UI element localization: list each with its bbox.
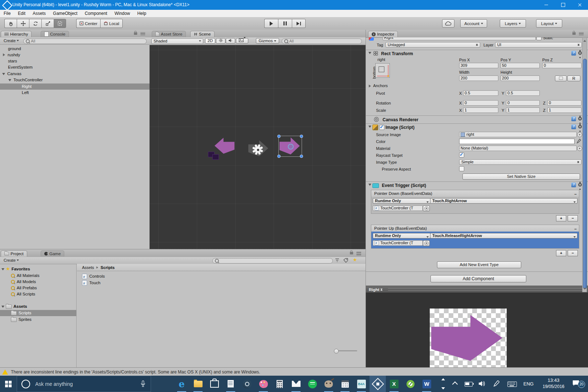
tab-scene[interactable]: Scene [190,31,215,37]
image-type-dropdown[interactable]: Simple [459,159,581,165]
taskbar-store[interactable] [206,376,222,392]
object-picker-icon[interactable] [577,132,582,137]
selection-handle[interactable] [300,135,303,138]
drag-grip[interactable] [388,288,584,291]
add-new-event-type-button[interactable]: Add New Event Type [437,261,521,268]
static-checkbox[interactable] [536,37,542,40]
cloud-services-button[interactable] [442,19,454,28]
audio-toggle-button[interactable] [226,38,235,44]
maximize-button[interactable] [555,0,571,10]
pivot-mode-button[interactable]: Center [76,19,100,28]
status-bar[interactable]: There are inconsistent line endings in t… [0,367,588,376]
taskbar-spotify[interactable] [304,376,320,392]
taskbar-onenote[interactable] [222,376,239,392]
pu-mode-dropdown[interactable]: Runtime Only [373,233,430,238]
saved-search-star-icon[interactable]: ★ [353,257,357,262]
2d-toggle-button[interactable]: 2D [205,38,215,44]
favorites-all-scripts[interactable]: All Scripts [0,291,87,297]
taskbar-edge[interactable]: e [173,376,190,392]
pivot-x-field[interactable]: 0.5 [463,90,498,96]
rect-tool-button[interactable] [54,19,66,28]
assets-root[interactable]: Assets [0,303,76,310]
pd-remove-button[interactable]: − [568,215,578,221]
file-controls[interactable]: Controls [77,273,366,279]
handle-rotation-button[interactable]: Local [100,19,123,28]
pu-add-button[interactable]: + [556,250,566,256]
battery-icon[interactable] [465,382,473,387]
cortana-search-box[interactable]: Ask me anything [17,376,151,392]
favorites-all-models[interactable]: All Models [0,279,87,285]
panel-menu-icon[interactable] [579,32,584,36]
pd-target-field[interactable]: TouchController (T [373,205,423,211]
tray-expand-chevron-icon[interactable] [452,381,458,387]
hierarchy-search-input[interactable]: All [23,38,147,44]
width-field[interactable]: 200 [459,75,498,81]
preview-header[interactable]: Right [366,286,588,293]
scene-canvas[interactable] [150,45,366,249]
close-button[interactable] [571,0,588,10]
gear-icon[interactable] [578,183,582,187]
raw-mode-button[interactable]: R [567,75,580,81]
hierarchy-item-eventsystem[interactable]: EventSystem [0,64,150,70]
icon-size-slider[interactable] [335,350,357,351]
tab-asset-store[interactable]: Asset Store [152,31,186,37]
language-indicator[interactable]: ENG [523,381,534,387]
step-button[interactable] [292,19,306,28]
pu-remove-button[interactable]: − [568,250,578,256]
menu-gameobject[interactable]: GameObject [49,11,81,16]
account-dropdown[interactable]: Account [460,19,487,28]
scale-y-field[interactable]: 1 [506,107,540,113]
hierarchy-item-right-selected[interactable]: Right [0,83,150,90]
breadcrumb-root[interactable]: Assets [82,265,94,270]
layers-dropdown[interactable]: Layers [500,19,526,28]
pd-object-picker-button[interactable] [423,205,430,211]
taskbar-unity-active[interactable] [369,376,386,392]
lock-icon[interactable] [350,252,353,254]
taskbar-android-studio[interactable] [402,376,418,392]
height-field[interactable]: 200 [501,75,540,81]
help-icon[interactable] [571,117,576,121]
hierarchy-item-stars[interactable]: stars [0,58,150,64]
pos-x-field[interactable]: 309 [459,63,498,68]
left-arrow-sprite[interactable] [214,137,234,154]
foldout-expanded-icon[interactable] [1,268,4,270]
effects-dropdown-button[interactable] [236,38,248,44]
scale-x-field[interactable]: 1 [463,107,498,113]
menu-help[interactable]: Help [134,11,150,16]
foldout-expanded-icon[interactable] [8,79,11,81]
hand-tool-button[interactable] [4,19,17,28]
rotation-z-field[interactable]: 0 [547,100,581,106]
selection-handle[interactable] [277,135,281,138]
image-enabled-checkbox[interactable] [379,125,384,130]
pd-mode-dropdown[interactable]: Runtime Only [373,198,430,204]
gameobject-name-field[interactable]: Right [383,37,536,40]
foldout-expanded-icon[interactable] [2,73,5,75]
rotation-x-field[interactable]: 0 [463,100,498,106]
foldout-expanded-icon[interactable] [368,52,371,54]
preserve-aspect-checkbox[interactable] [459,166,464,171]
scene-search-input[interactable]: All [282,38,362,44]
taskbar-gimp[interactable] [320,376,337,392]
tab-game[interactable]: Game [41,250,64,257]
material-field[interactable]: None (Material) [459,146,577,151]
selection-handle[interactable] [277,155,281,158]
folder-scripts-selected[interactable]: Scripts [0,310,76,316]
help-ic on[interactable] [571,124,576,129]
tag-dropdown[interactable]: Untagged [385,42,480,48]
play-button[interactable] [264,19,278,28]
eyedropper-icon[interactable] [576,138,581,144]
foldout-collapsed-icon[interactable] [369,85,371,87]
rotate-tool-button[interactable] [29,19,41,28]
pause-button[interactable] [278,19,292,28]
foldout-collapsed-icon[interactable] [3,53,5,56]
foldout-expanded-icon[interactable] [368,126,371,128]
raycast-target-checkbox[interactable] [459,152,464,158]
menu-window[interactable]: Window [111,11,134,16]
inspector-scrollbar[interactable] [582,37,587,292]
hierarchy-item-canvas[interactable]: Canvas [0,71,150,77]
source-image-field[interactable]: right [459,132,577,137]
file-touch[interactable]: Touch [77,280,366,286]
help-icon[interactable] [571,183,576,187]
move-tool-button[interactable] [17,19,29,28]
pivot-y-field[interactable]: 0.5 [506,90,540,96]
